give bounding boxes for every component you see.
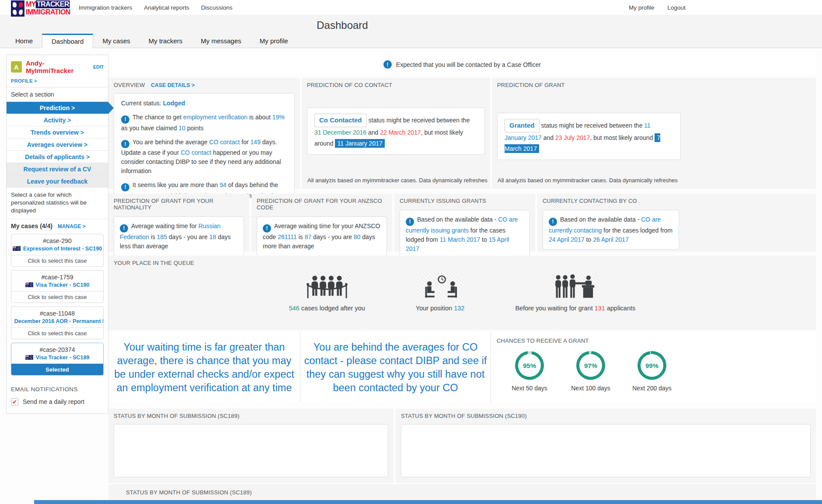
tab-my-messages[interactable]: My messages (192, 34, 251, 48)
brand-logo-text: MYTRACKER IMMIGRATION (26, 0, 70, 17)
tab-dashboard[interactable]: Dashboard (42, 34, 93, 48)
daily-report-checkbox[interactable]: ✔ (11, 398, 18, 406)
queue-item-lodged-after: 546 cases lodged after you (289, 272, 365, 312)
sidebar-item-details-of-applicants[interactable]: Details of applicants > (7, 150, 108, 163)
info-icon: ! (263, 224, 271, 233)
info-icon: ! (121, 140, 129, 148)
donut-label: Next 200 days (632, 385, 672, 392)
status-sc189-second-title: STATUS BY MONTH OF SUBMISSION (SC189) (108, 484, 816, 501)
edit-profile-link[interactable]: EDIT (93, 64, 104, 70)
grant-desk-icon (552, 272, 599, 299)
co-contact-link[interactable]: CO contact (209, 139, 240, 146)
tab-home[interactable]: Home (6, 34, 42, 48)
nav-immigration-trackers[interactable]: Immigration trackers (79, 4, 132, 11)
issuing-grants-card: !Based on the available data - CO are cu… (400, 210, 530, 259)
profile-block: A Andy-MyImmiTracker EDIT PROFILE > (7, 55, 108, 87)
queue-title: YOUR PLACE IN THE QUEUE (114, 260, 811, 266)
flags-logo-icon (11, 0, 24, 17)
co-contact-card: Co Contactedstatus might be received bet… (307, 108, 485, 155)
main-area: A Andy-MyImmiTracker EDIT PROFILE > Sele… (0, 48, 822, 504)
latest-date: 23 July 2017 (555, 134, 590, 141)
case-details-link[interactable]: CASE DETAILS > (151, 82, 195, 88)
australia-flag-icon (13, 246, 21, 251)
australia-flag-icon (25, 355, 33, 360)
sidebar-item-leave-feedback[interactable]: Leave your feedback (7, 175, 108, 187)
status-value: Lodged (163, 100, 185, 107)
case-selected-badge[interactable]: Selected (11, 364, 103, 375)
case-id: #case-20374 (11, 343, 103, 353)
chance-donut-200-days: 99% Next 200 days (628, 351, 676, 392)
sidebar-item-activity[interactable]: Activity > (7, 114, 108, 126)
sidebar-item-trends-overview[interactable]: Trends overview > (7, 126, 108, 138)
sidebar: A Andy-MyImmiTracker EDIT PROFILE > Sele… (6, 55, 108, 414)
employment-verification-link[interactable]: employment verification (183, 114, 247, 121)
anzsco-panel: PREDICTION OF GRANT FOR YOUR ANZSCO CODE… (251, 194, 392, 252)
donut-chart: 95% (515, 351, 544, 380)
nationality-panel: PREDICTION OF GRANT FOR YOUR NATIONALITY… (108, 194, 249, 252)
waiting-time-message-box: Your waiting time is far greater than av… (108, 333, 300, 402)
queue-label: 546 cases lodged after you (289, 305, 365, 312)
analysis-footnote: All analyzis based on myimmitracker case… (307, 177, 488, 184)
avatar: A (11, 61, 22, 73)
co-contact-title: PREDICTION OF CO CONTACT (307, 82, 485, 88)
case-card-290[interactable]: #case-290 Expression of Interest - SC190… (11, 234, 104, 267)
sidebar-item-prediction[interactable]: Prediction > (7, 101, 108, 114)
tab-my-profile[interactable]: My profile (251, 34, 297, 48)
sidebar-item-averages-overview[interactable]: Averages overview > (7, 138, 108, 150)
nationality-card: !Average waiting time for Russian Federa… (114, 216, 244, 256)
case-card-11048[interactable]: #case-11048 December 2016 AOR - Permanen… (11, 306, 104, 339)
case-footer[interactable]: Click to select this case (11, 291, 103, 302)
current-status: Current status: Lodged (121, 99, 287, 108)
sidebar-item-request-cv-review[interactable]: Request review of a CV (7, 163, 108, 175)
case-card-20374[interactable]: #case-20374 Visa Tracker - SC189 Selecte… (11, 343, 104, 375)
grant-title: PREDICTION OF GRANT (497, 82, 811, 88)
select-section-label: Select a section (7, 87, 108, 101)
status-sc189-panel: STATUS BY MONTH OF SUBMISSION (SC189) (108, 409, 394, 483)
latest-date: 22 March 2017 (380, 129, 421, 136)
manage-cases-link[interactable]: MANAGE > (58, 223, 86, 229)
analysis-footnote: All analyzis based on myimmitracker case… (498, 177, 678, 184)
co-contact-link[interactable]: CO contact (181, 149, 211, 156)
info-icon: ! (121, 183, 129, 191)
case-select-note: Select a case for which personalized sta… (7, 187, 108, 219)
brand-logo[interactable]: MYTRACKER IMMIGRATION (11, 0, 73, 17)
top-navbar: MYTRACKER IMMIGRATION Immigration tracke… (0, 0, 822, 15)
grant-card: Grantedstatus might be received between … (497, 113, 681, 160)
case-name: December 2016 AOR - Permanent R... (14, 318, 103, 324)
case-id: #case-290 (11, 234, 103, 244)
check-icon: ✔ (12, 399, 17, 405)
case-card-1759[interactable]: #case-1759 Visa Tracker - SC190 Click to… (11, 270, 104, 303)
email-notifications-block: EMAIL NOTIFICATIONS ✔ Send me a daily re… (7, 379, 108, 414)
info-icon: ! (120, 224, 128, 233)
position-count: 132 (454, 305, 464, 312)
anzsco-code-link[interactable]: 261111 (278, 233, 297, 240)
case-footer[interactable]: Click to select this case (11, 327, 103, 339)
donut-chart: 97% (576, 351, 605, 380)
status-sc189-title: STATUS BY MONTH OF SUBMISSION (SC189) (114, 413, 388, 419)
behind-average-message: You are behind the averages for CO conta… (304, 341, 488, 395)
profile-link[interactable]: PROFILE > (11, 78, 104, 83)
tab-my-trackers[interactable]: My trackers (139, 34, 192, 48)
donut-value: 99% (645, 362, 658, 369)
case-id: #case-11048 (11, 307, 103, 317)
tab-my-cases[interactable]: My cases (93, 34, 139, 48)
queue-item-before-you: Before you waiting for grant 131 applica… (515, 272, 635, 312)
username: Andy-MyImmiTracker (26, 59, 90, 74)
stats-cards-row: PREDICTION OF GRANT FOR YOUR NATIONALITY… (108, 194, 816, 252)
nav-discussions[interactable]: Discussions (201, 4, 233, 11)
co-contact-prediction-panel: PREDICTION OF CO CONTACT Co Contactedsta… (302, 78, 490, 189)
issuing-grants-panel: CURRENTLY ISSUING GRANTS !Based on the a… (394, 194, 535, 252)
case-footer[interactable]: Click to select this case (11, 255, 103, 266)
info-icon: ! (383, 60, 392, 69)
co-expectation-banner: ! Expected that you will be contacted by… (108, 55, 816, 74)
page-header: Dashboard Home Dashboard My cases My tra… (0, 15, 822, 48)
case-name: Expression of Interest - SC190 (23, 246, 102, 252)
nav-analytical-reports[interactable]: Analytical reports (144, 4, 189, 11)
case-name: Visa Tracker - SC190 (36, 282, 90, 288)
primary-nav: Immigration trackers Analytical reports … (79, 0, 233, 15)
contacting-panel: CURRENTLY CONTACTING BY CO !Based on the… (537, 194, 816, 252)
status-sc190-chart-area (401, 424, 811, 477)
nav-logout[interactable]: Logout (668, 4, 686, 11)
overview-title: OVERVIEW CASE DETAILS > (114, 82, 295, 88)
nav-my-profile[interactable]: My profile (629, 4, 655, 11)
